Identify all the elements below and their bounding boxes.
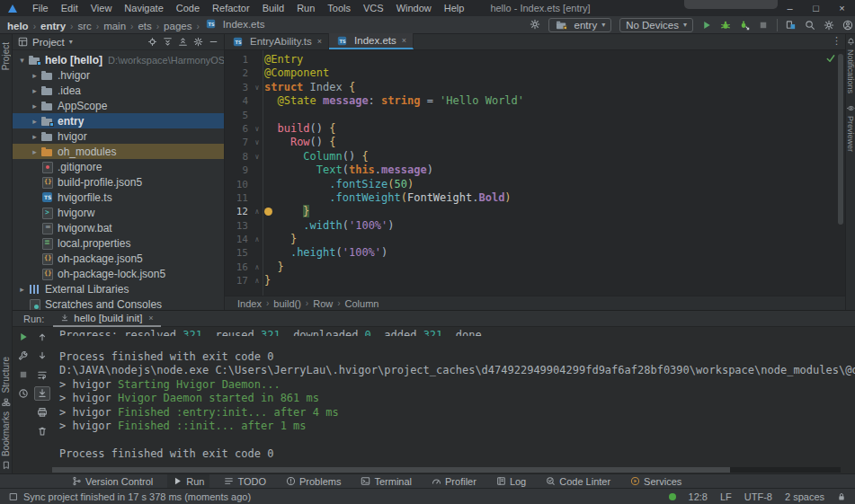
attach-debugger-icon[interactable] [739, 20, 750, 31]
tree-chevron[interactable]: ▸ [29, 117, 40, 126]
tool-strip-project[interactable]: Project [1, 42, 11, 70]
tool-strip-notifications[interactable]: Notifications [846, 49, 855, 93]
maximize-button[interactable]: □ [803, 0, 829, 16]
fold-marker[interactable]: ∨ [250, 122, 264, 136]
tree-item-hvigorw[interactable]: hvigorw [13, 205, 224, 220]
toolwindow-button-problems[interactable]: Problems [281, 474, 346, 489]
expand-all-icon[interactable] [178, 37, 188, 47]
debug-icon[interactable] [720, 20, 731, 31]
profile-icon[interactable] [842, 20, 853, 31]
minimize-button[interactable]: – [777, 0, 803, 16]
tree-item-oh-modules[interactable]: ▸oh_modules [13, 144, 224, 159]
tree-item-scratches-and-consoles[interactable]: Scratches and Consoles [13, 296, 224, 310]
breadcrumb-item-ets[interactable]: ets [138, 21, 151, 31]
editor-tab-index-ets[interactable]: Index.ets× [329, 33, 414, 49]
run-toolbar-up[interactable] [34, 330, 50, 344]
tree-item-local-properties[interactable]: local.properties [13, 235, 224, 251]
run-toolbar-stop[interactable] [15, 367, 31, 382]
tree-item-build-profile-json5[interactable]: build-profile.json5 [13, 174, 224, 190]
settings-icon[interactable] [193, 37, 203, 47]
run-toolbar-down[interactable] [34, 349, 50, 363]
caret-position[interactable]: 12:8 [689, 491, 708, 502]
run-toolbar-build-settings[interactable] [15, 349, 31, 363]
menu-navigate[interactable]: Navigate [118, 3, 169, 13]
tool-strip-structure[interactable]: Structure [1, 357, 11, 393]
menu-refactor[interactable]: Refactor [206, 3, 256, 13]
tree-item-external-libraries[interactable]: ▸External Libraries [13, 281, 224, 296]
bell-icon[interactable] [847, 38, 855, 46]
toolwindow-button-code-linter[interactable]: Code Linter [540, 474, 616, 489]
inspections-ok-check-icon[interactable] [825, 53, 836, 64]
locate-icon[interactable] [147, 37, 157, 47]
run-toolbar-soft-wrap[interactable] [34, 367, 50, 382]
editor-breadcrumb-column[interactable]: Column [345, 298, 379, 309]
tree-chevron[interactable]: ▸ [16, 285, 28, 294]
run-toolbar-rerun[interactable] [15, 330, 31, 344]
file-encoding[interactable]: UTF-8 [744, 491, 772, 502]
tree-chevron[interactable]: ▾ [16, 56, 28, 65]
breadcrumb-item-src[interactable]: src [77, 21, 91, 31]
run-toolbar-clear[interactable] [34, 424, 50, 438]
toolwindow-button-run[interactable]: Run [167, 474, 209, 489]
tree-item-idea[interactable]: ▸.idea [13, 83, 224, 98]
intention-bulb-icon[interactable] [264, 208, 272, 216]
breadcrumb-item-entry[interactable]: entry [40, 21, 66, 31]
toolwindow-button-todo[interactable]: TODO [218, 474, 272, 489]
run-console-tab[interactable]: hello [build init] × [53, 311, 160, 327]
fold-marker[interactable]: ∧ [250, 233, 264, 246]
event-log-icon[interactable] [9, 492, 18, 501]
fold-marker[interactable]: ∧ [250, 274, 264, 287]
search-icon[interactable] [805, 20, 815, 31]
eye-icon[interactable] [847, 104, 855, 112]
run-console[interactable]: Progress: resolved 321, reused 321, down… [52, 327, 855, 473]
close-tab-icon[interactable]: × [402, 36, 406, 45]
tree-item-hvigorw-bat[interactable]: hvigorw.bat [13, 220, 224, 235]
run-icon[interactable] [701, 20, 712, 31]
menu-file[interactable]: File [26, 3, 55, 13]
menu-run[interactable]: Run [290, 3, 321, 13]
tree-item-hvigor[interactable]: ▸.hvigor [13, 67, 224, 83]
editor-breadcrumb-build[interactable]: build() [273, 298, 301, 309]
editor-scrollbar[interactable] [838, 54, 843, 225]
menu-edit[interactable]: Edit [55, 3, 85, 13]
menu-tools[interactable]: Tools [321, 3, 357, 13]
tree-item-hvigor[interactable]: ▸hvigor [13, 128, 224, 144]
bookmarks-icon[interactable] [2, 461, 11, 470]
tree-item-appscope[interactable]: ▸AppScope [13, 98, 224, 113]
tree-item-entry[interactable]: ▸entry [13, 113, 224, 128]
fold-marker[interactable]: ∨ [250, 136, 264, 149]
lock-icon[interactable] [837, 492, 846, 501]
menu-window[interactable]: Window [390, 3, 438, 13]
fold-marker[interactable]: ∧ [250, 261, 264, 274]
gear-icon[interactable] [530, 19, 540, 30]
tree-item-helo-hello[interactable]: ▾helo [hello]D:\workspace\HarmonyOS\helo [13, 52, 224, 67]
code-editor[interactable]: 1@Entry2@Component3∨struct Index {4 @Sta… [225, 50, 845, 296]
close-tab-icon[interactable]: × [148, 314, 153, 323]
menu-view[interactable]: View [85, 3, 119, 13]
tree-item-hvigorfile-ts[interactable]: hvigorfile.ts [13, 190, 224, 205]
tool-strip-bookmarks[interactable]: Bookmarks [1, 411, 11, 456]
tree-item-oh-package-json5[interactable]: oh-package.json5 [13, 251, 224, 266]
toolwindow-button-log[interactable]: Log [491, 474, 531, 489]
tree-chevron[interactable]: ▸ [29, 132, 40, 141]
toolwindow-button-version-control[interactable]: Version Control [67, 474, 158, 489]
breadcrumb-item-pages[interactable]: pages [164, 21, 191, 31]
line-separator[interactable]: LF [720, 491, 732, 502]
editor-tab-entryability-ts[interactable]: EntryAbility.ts× [225, 33, 329, 49]
tree-chevron[interactable]: ▸ [29, 102, 40, 111]
breadcrumb-item-main[interactable]: main [103, 21, 126, 31]
breadcrumb-item-helo[interactable]: helo [7, 21, 29, 31]
breadcrumb-item-index-ets[interactable]: Index.ets [204, 18, 265, 30]
tree-item-oh-package-lock-json5[interactable]: oh-package-lock.json5 [13, 266, 224, 281]
tree-chevron[interactable]: ▸ [29, 71, 40, 80]
tool-strip-previewer[interactable]: Previewer [846, 116, 855, 152]
project-panel-title[interactable]: Project [32, 37, 65, 48]
settings-icon[interactable] [824, 20, 834, 31]
toolwindow-button-services[interactable]: Services [625, 474, 687, 489]
run-toolbar-history[interactable] [15, 386, 31, 401]
run-toolbar-scroll-to-end[interactable] [34, 386, 50, 401]
fold-marker[interactable]: ∧ [250, 205, 264, 218]
close-button[interactable]: × [829, 0, 855, 16]
toolwindow-button-profiler[interactable]: Profiler [426, 474, 482, 489]
stop-icon[interactable] [758, 20, 769, 31]
